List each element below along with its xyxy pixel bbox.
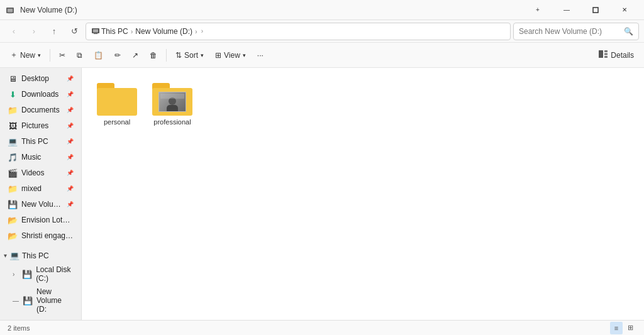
breadcrumb-sep1: › xyxy=(131,28,133,35)
sidebar-pin-documents: 📌 xyxy=(67,107,74,113)
videos-icon: 🎬 xyxy=(8,168,18,178)
minimize-btn[interactable]: — xyxy=(552,0,581,20)
file-name-professional: professional xyxy=(153,118,191,126)
details-label: Details xyxy=(611,51,634,60)
sidebar-label-downloads: Downloads xyxy=(21,90,63,99)
svg-rect-6 xyxy=(94,33,97,34)
breadcrumb-expand[interactable]: › xyxy=(201,28,203,35)
toolbar-divider-2 xyxy=(166,49,167,62)
sidebar-item-thispc[interactable]: 💻 This PC 📌 xyxy=(3,134,79,149)
pictures-icon: 🖼 xyxy=(8,121,18,131)
delete-icon: 🗑 xyxy=(150,51,157,60)
maximize-btn[interactable] xyxy=(581,0,610,20)
newvolumed-label: New Volume (D: xyxy=(36,287,74,314)
sidebar-label-envision: Envision Lotus E xyxy=(21,216,74,224)
file-item-professional[interactable]: professional xyxy=(147,78,197,131)
shristi-icon: 📂 xyxy=(8,231,18,241)
item-count: 2 items xyxy=(8,324,30,332)
new-label: New xyxy=(20,51,35,60)
sort-btn[interactable]: ⇅ Sort ▾ xyxy=(170,46,209,65)
documents-icon: 📁 xyxy=(8,105,18,115)
sidebar-label-shristi: Shristi engagem xyxy=(21,231,74,240)
svg-rect-5 xyxy=(93,29,98,32)
svg-rect-2 xyxy=(8,13,12,14)
thispc-section-label: This PC xyxy=(22,251,49,260)
delete-btn[interactable]: 🗑 xyxy=(145,46,162,65)
share-btn[interactable]: ↗ xyxy=(127,46,143,65)
sidebar-item-shristi[interactable]: 📂 Shristi engagem xyxy=(3,228,79,243)
address-breadcrumb[interactable]: This PC › New Volume (D:) › › xyxy=(86,23,511,40)
more-btn[interactable]: ··· xyxy=(252,46,269,65)
sidebar-item-pictures[interactable]: 🖼 Pictures 📌 xyxy=(3,118,79,133)
breadcrumb-volume[interactable]: New Volume (D:) xyxy=(135,27,192,36)
up-btn[interactable]: ↑ xyxy=(45,23,63,40)
new-dropdown-icon: ▾ xyxy=(38,52,41,58)
sidebar-item-documents[interactable]: 📁 Documents 📌 xyxy=(3,102,79,118)
view-btn[interactable]: ⊞ View ▾ xyxy=(210,46,251,65)
thispc-expand-icon: ▾ xyxy=(4,252,7,259)
newvolumed-icon: 💾 xyxy=(23,296,33,305)
cut-icon: ✂ xyxy=(59,51,65,60)
file-grid: personal xyxy=(92,78,634,131)
thispc-section: ▾ 💻 This PC › 💾 Local Disk (C:) — 💾 New … xyxy=(0,248,81,316)
tree-item-newvolumed[interactable]: — 💾 New Volume (D: xyxy=(3,285,79,316)
sidebar-item-music[interactable]: 🎵 Music 📌 xyxy=(3,150,79,165)
cut-btn[interactable]: ✂ xyxy=(54,46,70,65)
search-bar[interactable]: 🔍 xyxy=(513,23,639,40)
file-item-personal[interactable]: personal xyxy=(92,78,142,131)
file-area: personal xyxy=(82,68,644,320)
folder-thumbnail-professional xyxy=(158,92,186,112)
mixed-icon: 📁 xyxy=(8,184,18,194)
sidebar-item-newvolume[interactable]: 💾 New Volume 📌 xyxy=(3,197,79,212)
newvolumed-expand: — xyxy=(13,297,19,304)
sort-icon: ⇅ xyxy=(175,51,182,60)
details-btn[interactable]: Details xyxy=(593,47,639,63)
paste-icon: 📋 xyxy=(94,51,103,60)
list-view-btn[interactable]: ≡ xyxy=(610,322,623,334)
new-btn[interactable]: ＋ New ▾ xyxy=(5,46,46,65)
desktop-icon: 🖥 xyxy=(8,74,18,84)
copy-icon: ⧉ xyxy=(77,51,82,60)
share-icon: ↗ xyxy=(132,51,138,60)
more-icon: ··· xyxy=(257,51,264,60)
sidebar-label-desktop: Desktop xyxy=(21,74,63,83)
svg-rect-8 xyxy=(604,50,608,52)
sidebar-item-desktop[interactable]: 🖥 Desktop 📌 xyxy=(3,71,79,86)
sidebar-item-downloads[interactable]: ⬇ Downloads 📌 xyxy=(3,87,79,102)
rename-btn[interactable]: ✏ xyxy=(109,46,126,65)
paste-btn[interactable]: 📋 xyxy=(89,46,108,65)
search-input[interactable] xyxy=(519,27,621,36)
thispc-section-header[interactable]: ▾ 💻 This PC xyxy=(0,248,81,263)
sidebar-pin-music: 📌 xyxy=(67,154,74,160)
sidebar-label-mixed: mixed xyxy=(21,184,63,193)
status-bar: 2 items ≡ ⊞ xyxy=(0,320,644,335)
plus-icon: ＋ xyxy=(10,50,18,60)
copy-btn[interactable]: ⧉ xyxy=(72,46,87,65)
toolbar: ＋ New ▾ ✂ ⧉ 📋 ✏ ↗ 🗑 ⇅ Sort ▾ ⊞ View ▾ ··… xyxy=(0,43,644,68)
svg-rect-9 xyxy=(604,53,608,55)
details-icon xyxy=(598,49,608,61)
thispc-icon: 💻 xyxy=(8,136,18,146)
svg-rect-7 xyxy=(599,50,603,58)
sidebar-item-videos[interactable]: 🎬 Videos 📌 xyxy=(3,165,79,180)
back-btn[interactable]: ‹ xyxy=(5,23,23,40)
breadcrumb-thispc[interactable]: This PC xyxy=(101,27,128,36)
monitor-icon xyxy=(91,27,100,36)
localdisk-icon: 💾 xyxy=(22,270,32,279)
sidebar-item-envision[interactable]: 📂 Envision Lotus E xyxy=(3,212,79,228)
close-btn[interactable]: ✕ xyxy=(610,0,639,20)
grid-view-btn[interactable]: ⊞ xyxy=(624,322,636,334)
new-tab-btn[interactable]: + xyxy=(523,0,552,20)
forward-btn[interactable]: › xyxy=(25,23,43,40)
breadcrumb-sep2: › xyxy=(195,28,197,35)
view-icon: ⊞ xyxy=(215,51,221,60)
main-content: 🖥 Desktop 📌 ⬇ Downloads 📌 📁 Documents 📌 … xyxy=(0,68,644,320)
address-bar: ‹ › ↑ ↺ This PC › New Volume (D:) › › 🔍 xyxy=(0,20,644,43)
sidebar-item-mixed[interactable]: 📁 mixed 📌 xyxy=(3,181,79,196)
thispc-section-icon: 💻 xyxy=(9,251,19,260)
sidebar-pin-desktop: 📌 xyxy=(67,75,74,82)
sidebar-pin-thispc: 📌 xyxy=(67,138,74,145)
refresh-btn[interactable]: ↺ xyxy=(65,23,83,40)
tree-item-localdisk[interactable]: › 💾 Local Disk (C:) xyxy=(3,263,79,285)
sidebar: 🖥 Desktop 📌 ⬇ Downloads 📌 📁 Documents 📌 … xyxy=(0,68,82,320)
